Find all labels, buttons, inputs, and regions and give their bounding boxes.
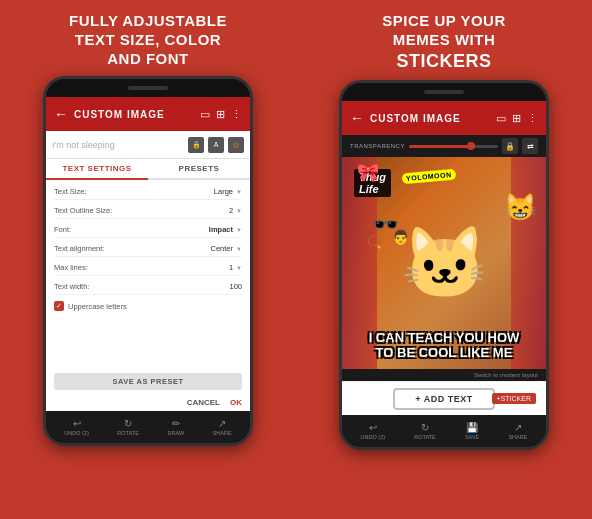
rotate-label-right: ROTATE — [414, 434, 436, 440]
share-action-right[interactable]: ↗ SHARE — [508, 422, 527, 440]
rotate-icon: ↻ — [124, 418, 132, 429]
lock-icon[interactable]: 🔒 — [188, 137, 204, 153]
cancel-button[interactable]: CANCEL — [187, 398, 220, 407]
setting-value-font[interactable]: Impact ▼ — [209, 225, 242, 234]
toolbar-icons-left: ▭ ⊞ ⋮ — [200, 108, 242, 121]
setting-max-lines: Max lines: 1 ▼ — [54, 260, 242, 276]
save-icon: 💾 — [466, 422, 478, 433]
setting-value-text-width: 100 — [229, 282, 242, 291]
save-label: SAVE — [465, 434, 479, 440]
undo-label: UNDO (2) — [64, 430, 88, 436]
setting-text-width: Text width: 100 — [54, 279, 242, 295]
layout-icon[interactable]: ▭ — [200, 108, 210, 121]
uppercase-checkbox-row[interactable]: ✓ Uppercase letters — [54, 298, 242, 314]
cat-emoji: 🐱 — [401, 222, 488, 304]
transparency-thumb — [467, 142, 475, 150]
setting-alignment: Text alignment: Center ▼ — [54, 241, 242, 257]
emoji-icon[interactable]: ☺ — [228, 137, 244, 153]
dropdown-arrow-font: ▼ — [236, 227, 242, 233]
image-icon-right[interactable]: ⊞ — [512, 112, 521, 125]
rotate-action-right[interactable]: ↻ ROTATE — [414, 422, 436, 440]
undo-icon: ↩ — [73, 418, 81, 429]
text-input-icons: 🔒 A ☺ — [188, 137, 244, 153]
settings-tabs: TEXT SETTINGS PRESETS — [46, 159, 250, 180]
meme-text: I CAN TEACH YOU HOW TO BE COOL LIKE ME — [342, 330, 546, 361]
flip-icon[interactable]: ⇄ — [522, 138, 538, 154]
left-phone-screen: ← CUSTOM IMAGE ▭ ⊞ ⋮ I'm not sleeping 🔒 … — [46, 97, 250, 411]
ribbon-sticker[interactable]: 🎀 — [357, 162, 379, 184]
left-phone: ← CUSTOM IMAGE ▭ ⊞ ⋮ I'm not sleeping 🔒 … — [43, 76, 253, 446]
toolbar-title-right: CUSTOM IMAGE — [370, 113, 496, 124]
setting-label-text-size: Text Size: — [54, 187, 87, 196]
share-label-right: SHARE — [508, 434, 527, 440]
max-lines-value: 1 — [229, 263, 233, 272]
text-size-value: Large — [214, 187, 233, 196]
left-headline-line1: FULLY ADJUSTABLE — [69, 12, 227, 31]
save-action[interactable]: 💾 SAVE — [465, 422, 479, 440]
share-label: SHARE — [213, 430, 232, 436]
setting-label-max-lines: Max lines: — [54, 263, 88, 272]
text-input-bar[interactable]: I'm not sleeping 🔒 A ☺ — [46, 131, 250, 159]
more-icon-right[interactable]: ⋮ — [527, 112, 538, 125]
left-headline: FULLY ADJUSTABLE TEXT SIZE, COLOR AND FO… — [69, 12, 227, 68]
toolbar-icons-right: ▭ ⊞ ⋮ — [496, 112, 538, 125]
alignment-value: Center — [211, 244, 234, 253]
ok-button[interactable]: OK — [230, 398, 242, 407]
layout-icon-right[interactable]: ▭ — [496, 112, 506, 125]
left-headline-line3: AND FONT — [69, 50, 227, 69]
left-panel: FULLY ADJUSTABLE TEXT SIZE, COLOR AND FO… — [0, 0, 296, 519]
transparency-slider[interactable] — [409, 145, 498, 148]
text-input-placeholder: I'm not sleeping — [52, 140, 188, 150]
setting-value-text-size[interactable]: Large ▼ — [214, 187, 242, 196]
dropdown-arrow-outline: ▼ — [236, 208, 242, 214]
undo-action-right[interactable]: ↩ UNDO (2) — [361, 422, 385, 440]
right-phone: ← CUSTOM IMAGE ▭ ⊞ ⋮ TRANSPARENCY 🔒 ⇄ — [339, 80, 549, 450]
setting-outline-size: Text Outline Size: 2 ▼ — [54, 203, 242, 219]
dropdown-arrow-alignment: ▼ — [236, 246, 242, 252]
setting-value-alignment[interactable]: Center ▼ — [211, 244, 242, 253]
uppercase-checkbox[interactable]: ✓ — [54, 301, 64, 311]
draw-action[interactable]: ✏ DRAW — [167, 418, 184, 436]
share-icon: ↗ — [218, 418, 226, 429]
transparency-bar: TRANSPARENCY 🔒 ⇄ — [342, 135, 546, 157]
cat-face-sticker[interactable]: 😸 — [504, 192, 536, 223]
add-sticker-label[interactable]: +STICKER — [492, 393, 536, 404]
phone-speaker — [128, 86, 168, 90]
tab-text-settings[interactable]: TEXT SETTINGS — [46, 159, 148, 180]
back-icon[interactable]: ← — [54, 106, 68, 122]
undo-action[interactable]: ↩ UNDO (2) — [64, 418, 88, 436]
text-width-value: 100 — [229, 282, 242, 291]
uppercase-label: Uppercase letters — [68, 302, 127, 311]
meme-area: 🐱 ThugLife YOLOMOON 🕶️ 👨 😸 🎀 📿 I CAN TEA… — [342, 157, 546, 369]
transparency-fill — [409, 145, 471, 148]
tab-presets[interactable]: PRESETS — [148, 159, 250, 178]
undo-label-right: UNDO (2) — [361, 434, 385, 440]
more-icon[interactable]: ⋮ — [231, 108, 242, 121]
setting-label-text-width: Text width: — [54, 282, 89, 291]
undo-icon-right: ↩ — [369, 422, 377, 433]
image-icon[interactable]: ⊞ — [216, 108, 225, 121]
setting-value-outline[interactable]: 2 ▼ — [229, 206, 242, 215]
app-toolbar-right: ← CUSTOM IMAGE ▭ ⊞ ⋮ — [342, 101, 546, 135]
rotate-action[interactable]: ↻ ROTATE — [117, 418, 139, 436]
lock-icon-right[interactable]: 🔒 — [502, 138, 518, 154]
setting-font: Font: Impact ▼ — [54, 222, 242, 238]
back-icon-right[interactable]: ← — [350, 110, 364, 126]
mustache-sticker[interactable]: 👨 — [392, 229, 409, 245]
right-phone-speaker — [424, 90, 464, 94]
setting-label-alignment: Text alignment: — [54, 244, 104, 253]
settings-panel: TEXT SETTINGS PRESETS Text Size: Large ▼ — [46, 159, 250, 411]
left-headline-line2: TEXT SIZE, COLOR — [69, 31, 227, 50]
rotate-label: ROTATE — [117, 430, 139, 436]
dropdown-arrow-max-lines: ▼ — [236, 265, 242, 271]
share-action[interactable]: ↗ SHARE — [213, 418, 232, 436]
setting-value-max-lines[interactable]: 1 ▼ — [229, 263, 242, 272]
font-icon[interactable]: A — [208, 137, 224, 153]
save-preset-button[interactable]: SAVE AS PRESET — [54, 373, 242, 390]
switch-layout-text[interactable]: Switch to modern layout — [474, 372, 538, 378]
necklace-sticker[interactable]: 📿 — [367, 235, 382, 249]
add-text-button[interactable]: + ADD TEXT — [393, 388, 494, 410]
right-headline-line3: STICKERS — [382, 50, 505, 73]
draw-icon: ✏ — [172, 418, 180, 429]
outline-size-value: 2 — [229, 206, 233, 215]
